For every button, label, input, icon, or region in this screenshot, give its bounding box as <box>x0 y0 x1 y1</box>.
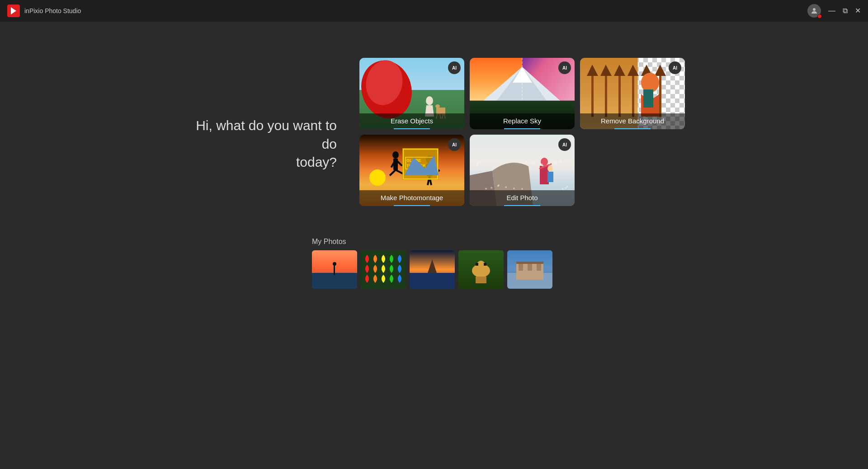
app-logo <box>7 5 20 17</box>
replace-sky-card[interactable]: AI Replace Sky <box>470 58 575 129</box>
ai-badge-bg: AI <box>669 61 681 74</box>
window-controls: — ⧉ ✕ <box>828 7 861 14</box>
hero-greeting: Hi, what do you want to do today? <box>183 89 337 172</box>
remove-background-label: Remove Background <box>580 113 685 129</box>
card-bottom-line-sky <box>504 128 540 129</box>
main-content: Hi, what do you want to do today? AI Era… <box>0 22 868 289</box>
my-photos-row <box>312 250 556 289</box>
make-photomontage-card[interactable]: AI Make Photomontage <box>359 135 464 206</box>
edit-photo-card[interactable]: AI Edit Photo <box>470 135 575 206</box>
app-title: inPixio Photo Studio <box>24 7 81 14</box>
card-bottom-line-montage <box>394 205 430 206</box>
ai-badge-edit: AI <box>558 138 571 151</box>
photo-thumb-4[interactable] <box>458 250 504 289</box>
card-bottom-line-bg <box>614 128 651 129</box>
titlebar-left: inPixio Photo Studio <box>7 5 81 17</box>
titlebar-right: — ⧉ ✕ <box>807 4 861 18</box>
erase-objects-label: Erase Objects <box>359 113 464 129</box>
user-notification-badge <box>817 14 822 19</box>
photo-thumb-1[interactable] <box>312 250 357 289</box>
photo-thumb-5[interactable] <box>507 250 552 289</box>
erase-objects-card[interactable]: AI Erase Objects <box>359 58 464 129</box>
feature-cards-container: AI Erase Objects AI Replace Sky <box>359 58 685 206</box>
make-photomontage-label: Make Photomontage <box>359 190 464 206</box>
close-button[interactable]: ✕ <box>855 7 861 14</box>
titlebar: inPixio Photo Studio — ⧉ ✕ <box>0 0 868 22</box>
photo-thumb-2[interactable] <box>361 250 406 289</box>
my-photos-section: My Photos <box>312 238 556 289</box>
my-photos-title: My Photos <box>312 238 556 246</box>
photo-thumb-3[interactable] <box>410 250 455 289</box>
remove-background-card[interactable]: AI Remove Background <box>580 58 685 129</box>
app-logo-play-icon <box>11 7 16 14</box>
ai-badge-sky: AI <box>558 61 571 74</box>
card-bottom-line-erase <box>394 128 430 129</box>
restore-button[interactable]: ⧉ <box>843 7 848 14</box>
ai-badge-erase: AI <box>448 61 461 74</box>
svg-point-0 <box>813 8 816 11</box>
replace-sky-label: Replace Sky <box>470 113 575 129</box>
minimize-button[interactable]: — <box>828 7 835 14</box>
user-account-button[interactable] <box>807 4 821 18</box>
edit-photo-label: Edit Photo <box>470 190 575 206</box>
ai-badge-montage: AI <box>448 138 461 151</box>
card-bottom-line-edit <box>504 205 540 206</box>
